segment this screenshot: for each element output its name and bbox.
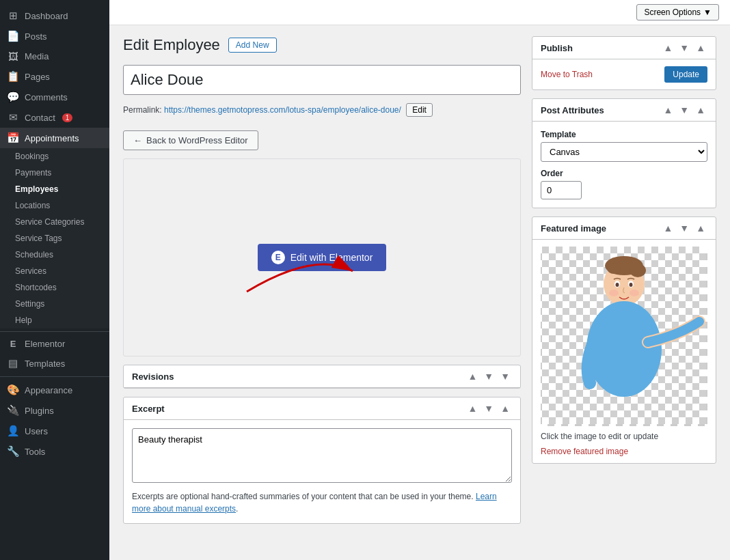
excerpt-down-button[interactable]: ▼ [482, 403, 496, 414]
templates-icon: ▤ [7, 357, 19, 369]
sidebar-item-plugins[interactable]: 🔌 Plugins [0, 400, 109, 421]
svg-point-10 [607, 263, 621, 274]
comments-icon: 💬 [7, 91, 19, 103]
editor-area: E Edit with Elementor [123, 158, 521, 356]
sidebar-sub-bookings[interactable]: Bookings [0, 148, 109, 165]
page-title: Edit Employee [123, 36, 220, 54]
sidebar-sub-services[interactable]: Services [0, 263, 109, 279]
excerpt-up-button[interactable]: ▲ [465, 403, 479, 414]
permalink-url[interactable]: https://themes.getmotopress.com/lotus-sp… [164, 105, 401, 115]
sidebar-item-contact[interactable]: ✉ Contact 1 [0, 107, 109, 128]
sidebar-item-users[interactable]: 👤 Users [0, 421, 109, 441]
post-attributes-down-button[interactable]: ▼ [677, 104, 691, 115]
publish-down-button[interactable]: ▼ [677, 42, 691, 53]
sidebar-sub-settings[interactable]: Settings [0, 296, 109, 312]
add-new-button[interactable]: Add New [228, 38, 277, 53]
revisions-metabox: Revisions ▲ ▼ ▼ [123, 365, 521, 389]
publish-up-button[interactable]: ▲ [661, 42, 675, 53]
update-button[interactable]: Update [664, 66, 707, 83]
revisions-toggle-button[interactable]: ▼ [498, 371, 512, 382]
featured-image-note: Click the image to edit or update [541, 432, 707, 441]
featured-image [541, 247, 707, 424]
featured-image-up-button[interactable]: ▲ [661, 223, 675, 234]
sidebar-item-comments[interactable]: 💬 Comments [0, 87, 109, 107]
svg-point-15 [616, 283, 619, 287]
sidebar-sub-service-categories[interactable]: Service Categories [0, 214, 109, 230]
sidebar-item-appearance[interactable]: 🎨 Appearance [0, 380, 109, 400]
publish-header: Publish ▲ ▼ ▲ [532, 37, 716, 59]
users-icon: 👤 [7, 425, 19, 437]
sidebar: ⊞ Dashboard 📄 Posts 🖼 Media 📋 Pages 💬 Co… [0, 0, 109, 560]
excerpt-note: Excerpts are optional hand-crafted summa… [132, 490, 512, 515]
sidebar-sub-schedules[interactable]: Schedules [0, 247, 109, 263]
screen-options-arrow-icon: ▼ [703, 8, 712, 17]
sidebar-sub-shortcodes[interactable]: Shortcodes [0, 279, 109, 296]
sidebar-item-appointments[interactable]: 📅 Appointments [0, 128, 109, 148]
elementor-icon: E [7, 339, 19, 349]
edit-with-elementor-button[interactable]: E Edit with Elementor [258, 244, 387, 271]
template-field: Template Canvas Default Template Full Wi… [541, 130, 707, 162]
post-attributes-up-button[interactable]: ▲ [661, 104, 675, 115]
sidebar-item-pages[interactable]: 📋 Pages [0, 66, 109, 87]
sidebar-item-media[interactable]: 🖼 Media [0, 46, 109, 66]
revisions-up-button[interactable]: ▲ [465, 371, 479, 382]
svg-point-9 [630, 264, 646, 277]
post-attributes-metabox: Post Attributes ▲ ▼ ▲ Template Canvas De… [532, 98, 716, 208]
back-arrow-icon: ← [133, 135, 142, 145]
sidebar-item-posts[interactable]: 📄 Posts [0, 26, 109, 46]
order-input[interactable] [541, 181, 582, 199]
svg-point-18 [630, 290, 639, 296]
excerpt-textarea[interactable]: Beauty therapist [132, 428, 512, 483]
sidebar-sub-service-tags[interactable]: Service Tags [0, 230, 109, 247]
post-attributes-body: Template Canvas Default Template Full Wi… [532, 122, 716, 208]
svg-point-17 [609, 290, 619, 296]
featured-image-header: Featured image ▲ ▼ ▲ [532, 217, 716, 240]
post-attributes-header: Post Attributes ▲ ▼ ▲ [532, 99, 716, 122]
content-area: Edit Employee Add New Permalink: https:/… [109, 25, 730, 560]
sidebar-item-templates[interactable]: ▤ Templates [0, 353, 109, 374]
sidebar-item-dashboard[interactable]: ⊞ Dashboard [0, 5, 109, 26]
order-field: Order [541, 169, 707, 199]
sidebar-item-elementor[interactable]: E Elementor [0, 335, 109, 353]
featured-image-container[interactable] [541, 247, 707, 426]
contact-icon: ✉ [7, 111, 19, 124]
featured-image-down-button[interactable]: ▼ [677, 223, 691, 234]
featured-image-metabox: Featured image ▲ ▼ ▲ [532, 216, 716, 464]
sidebar-sub-help[interactable]: Help [0, 312, 109, 328]
excerpt-toggle-button[interactable]: ▲ [498, 403, 512, 414]
contact-badge: 1 [62, 113, 73, 122]
permalink-row: Permalink: https://themes.getmotopress.c… [123, 103, 521, 117]
featured-image-toggle-button[interactable]: ▲ [694, 223, 707, 234]
posts-icon: 📄 [7, 30, 19, 42]
appointments-icon: 📅 [7, 132, 19, 144]
excerpt-metabox: Excerpt ▲ ▼ ▲ Beauty therapist Excerpts … [123, 397, 521, 524]
sidebar-sub-locations[interactable]: Locations [0, 197, 109, 214]
elementor-e-icon: E [271, 251, 285, 264]
dashboard-icon: ⊞ [7, 10, 19, 22]
excerpt-header: Excerpt ▲ ▼ ▲ [124, 397, 520, 420]
plugins-icon: 🔌 [7, 404, 19, 417]
topbar: Screen Options ▼ [109, 0, 730, 25]
title-input[interactable] [123, 65, 521, 95]
appearance-icon: 🎨 [7, 384, 19, 396]
sidebar-sub-payments[interactable]: Payments [0, 165, 109, 181]
post-attributes-toggle-button[interactable]: ▲ [694, 104, 707, 115]
tools-icon: 🔧 [7, 445, 19, 458]
remove-featured-image-link[interactable]: Remove featured image [541, 447, 707, 456]
trash-link[interactable]: Move to Trash [541, 70, 593, 79]
screen-options-button[interactable]: Screen Options ▼ [636, 4, 719, 20]
publish-toggle-button[interactable]: ▲ [694, 42, 707, 53]
publish-metabox: Publish ▲ ▼ ▲ Move to Trash Update [532, 36, 716, 90]
sidebar-sub-employees[interactable]: Employees [0, 181, 109, 197]
publish-actions: Move to Trash Update [541, 66, 707, 83]
back-to-wordpress-editor-button[interactable]: ← Back to WordPress Editor [123, 130, 258, 150]
featured-image-body: Click the image to edit or update Remove… [532, 240, 716, 463]
media-icon: 🖼 [7, 51, 19, 62]
template-select[interactable]: Canvas Default Template Full Width [541, 142, 707, 162]
right-column: Publish ▲ ▼ ▲ Move to Trash Update Post … [532, 36, 716, 549]
sidebar-item-tools[interactable]: 🔧 Tools [0, 441, 109, 462]
permalink-edit-button[interactable]: Edit [406, 103, 433, 117]
revisions-down-button[interactable]: ▼ [482, 371, 496, 382]
publish-body: Move to Trash Update [532, 59, 716, 89]
svg-point-12 [586, 301, 662, 397]
